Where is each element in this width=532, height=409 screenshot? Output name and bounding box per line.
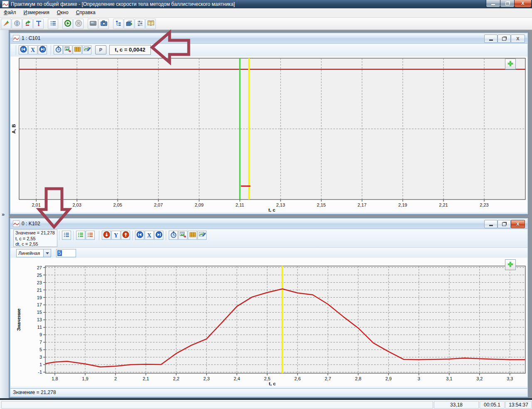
x-tick-label: 2,3: [203, 376, 209, 381]
list-red-icon: [87, 232, 94, 239]
list-button[interactable]: [62, 231, 71, 240]
close-button[interactable]: X: [514, 0, 532, 7]
y-axis-icon: Y: [114, 232, 118, 239]
stopwatch-button[interactable]: [54, 45, 63, 54]
chart-wizard-icon: [84, 46, 91, 54]
stop-button[interactable]: [73, 19, 84, 29]
toolbar-separator: [59, 231, 59, 240]
toolbar-dock-rail: »: [0, 30, 9, 398]
y-axis-button[interactable]: Y: [111, 231, 121, 240]
window-k102-titlebar[interactable]: 0 : K102 X: [10, 219, 527, 229]
window-c101-titlebar[interactable]: 1 : C101 X: [10, 33, 527, 44]
camera-button[interactable]: [99, 19, 109, 29]
list-button[interactable]: [48, 19, 58, 29]
x-tick-label: 2: [114, 376, 117, 381]
toolbar-separator: [166, 231, 166, 240]
interpolation-dropdown[interactable]: Линейная: [16, 249, 51, 257]
toolbar-separator: [109, 19, 113, 29]
tree-button[interactable]: [113, 19, 123, 29]
display-button[interactable]: [88, 19, 98, 29]
toolbar-separator: [59, 19, 62, 29]
arrow-left-button[interactable]: [135, 231, 144, 240]
x-tick-label: 2,07: [154, 202, 163, 207]
menu-item-help[interactable]: Справка: [72, 8, 99, 17]
status-clock-cell: 13:54:37: [505, 401, 532, 409]
start-button[interactable]: [62, 19, 73, 29]
export-image-icon: [64, 46, 71, 54]
x-tick-label: 2,2: [173, 376, 179, 381]
minimize-button[interactable]: [486, 0, 500, 7]
compass-button[interactable]: [12, 19, 22, 29]
dropdown-button[interactable]: [43, 249, 51, 257]
arrow-up-button[interactable]: [121, 231, 130, 240]
compass-icon: [14, 20, 20, 28]
chart-wizard-button[interactable]: [197, 231, 207, 240]
add-marker-button-c101[interactable]: [505, 59, 516, 69]
menu-item-file[interactable]: Файл: [0, 8, 20, 17]
toolbar-separator: [73, 231, 74, 240]
table-button[interactable]: [188, 231, 197, 240]
arrow-right-button[interactable]: [38, 45, 47, 54]
arrow-right-icon: [155, 231, 163, 239]
toolbar-overflow-chevron[interactable]: »: [2, 211, 5, 217]
arrow-down-button[interactable]: [102, 231, 111, 240]
window-c101-close-button[interactable]: X: [511, 34, 525, 43]
value-chart[interactable]: -1135791113151719212325271,81,922,12,22,…: [10, 258, 527, 387]
toolbar-separator: [99, 231, 99, 240]
options-button[interactable]: [135, 19, 145, 29]
list-icon: [63, 232, 70, 239]
table-button[interactable]: [73, 45, 82, 54]
dt-readout: dt, c = 2,55: [15, 241, 57, 247]
window-k102-close-button[interactable]: X: [511, 220, 525, 228]
x-tick-label: 2,21: [439, 202, 448, 207]
status-message-cell: [1, 401, 433, 409]
window-k102: 0 : K102 X Значение = 21,278 t, c = 2,55…: [10, 218, 528, 397]
arrow-right-button[interactable]: [154, 231, 163, 240]
add-marker-button-k102[interactable]: [505, 259, 516, 270]
window-c101: 1 : C101 X P t, c = 0,0042 X 2,012,032,0…: [10, 32, 528, 214]
y-tick-label: 13: [37, 317, 42, 322]
export-image-icon: [180, 231, 187, 239]
stopwatch-button[interactable]: [169, 231, 178, 240]
p-button[interactable]: P: [95, 45, 106, 54]
stopwatch-icon: [55, 46, 62, 54]
arrow-right-icon: [39, 46, 46, 54]
toolbar-separator: [44, 19, 48, 29]
carrot-button[interactable]: [1, 19, 11, 29]
table-icon: [74, 46, 81, 54]
x-axis-icon: X: [147, 232, 151, 239]
window-k102-restore-button[interactable]: [498, 220, 511, 228]
chart-wizard-button[interactable]: [82, 45, 91, 54]
stop-icon: [75, 20, 82, 28]
window-c101-restore-button[interactable]: [498, 34, 511, 43]
restore-button[interactable]: [500, 0, 515, 7]
help-book-button[interactable]: [145, 19, 156, 29]
t-cursor-button[interactable]: [33, 19, 44, 29]
list-red-button[interactable]: [86, 231, 95, 240]
list-green-button[interactable]: [76, 231, 85, 240]
y-tick-label: 7: [39, 340, 42, 345]
x-tick-label: 2,5: [264, 376, 270, 381]
close-icon: X: [516, 36, 519, 42]
chart-k102-panel: -1135791113151719212325271,81,922,12,22,…: [10, 258, 527, 387]
time-delta-readout: t, c = 0,0042: [109, 45, 151, 55]
x-axis-label: t, c: [269, 381, 276, 386]
chart-window-icon: [13, 220, 20, 227]
chevron-down-icon: [46, 252, 49, 254]
undo-button[interactable]: [22, 19, 33, 29]
oscilloscope-chart[interactable]: 2,012,032,052,072,092,112,132,152,172,19…: [10, 57, 527, 212]
window-c101-toolbar: P t, c = 0,0042 X: [10, 44, 527, 57]
export-image-button[interactable]: [63, 45, 72, 54]
window-k102-minimize-button[interactable]: [484, 220, 498, 228]
window-c101-minimize-button[interactable]: [484, 34, 498, 43]
package-button[interactable]: [124, 19, 134, 29]
x-axis-button[interactable]: X: [28, 45, 37, 54]
menu-item-window[interactable]: Окно: [53, 8, 72, 17]
y-tick-label: 19: [37, 295, 42, 300]
x-tick-label: 2,19: [398, 202, 407, 207]
x-axis-button[interactable]: X: [145, 231, 154, 240]
arrow-left-button[interactable]: [19, 45, 28, 54]
menu-item-measurements[interactable]: Измерения: [20, 8, 53, 17]
export-image-button[interactable]: [178, 231, 187, 240]
points-input[interactable]: 5: [56, 249, 76, 257]
